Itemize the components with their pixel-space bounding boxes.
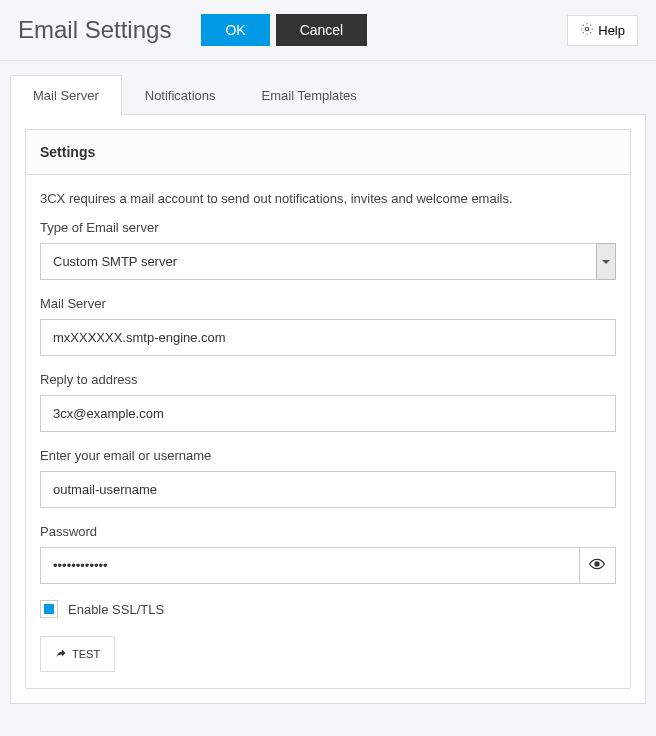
svg-point-0 xyxy=(586,27,590,31)
cancel-button[interactable]: Cancel xyxy=(276,14,368,46)
svg-point-1 xyxy=(595,562,599,566)
test-label: TEST xyxy=(72,648,100,660)
eye-icon xyxy=(589,556,605,575)
settings-card: Settings 3CX requires a mail account to … xyxy=(25,129,631,689)
mail-server-label: Mail Server xyxy=(40,296,616,311)
tab-panel: Settings 3CX requires a mail account to … xyxy=(10,114,646,704)
tab-email-templates[interactable]: Email Templates xyxy=(239,75,380,115)
page-title: Email Settings xyxy=(18,16,171,44)
type-label: Type of Email server xyxy=(40,220,616,235)
gear-icon xyxy=(580,22,594,39)
ssl-checkbox[interactable] xyxy=(40,600,58,618)
test-button[interactable]: TEST xyxy=(40,636,115,672)
settings-intro: 3CX requires a mail account to send out … xyxy=(40,191,616,206)
ssl-label: Enable SSL/TLS xyxy=(68,602,164,617)
header-bar: Email Settings OK Cancel Help xyxy=(0,0,656,61)
reply-to-input[interactable] xyxy=(40,395,616,432)
toggle-password-visibility-button[interactable] xyxy=(579,547,616,584)
username-input[interactable] xyxy=(40,471,616,508)
tab-mail-server[interactable]: Mail Server xyxy=(10,75,122,115)
password-label: Password xyxy=(40,524,616,539)
ok-button[interactable]: OK xyxy=(201,14,269,46)
checkbox-checked-icon xyxy=(44,604,54,614)
username-label: Enter your email or username xyxy=(40,448,616,463)
tabs: Mail Server Notifications Email Template… xyxy=(10,75,646,115)
settings-card-title: Settings xyxy=(26,130,630,175)
tab-notifications[interactable]: Notifications xyxy=(122,75,239,115)
help-label: Help xyxy=(598,23,625,38)
share-arrow-icon xyxy=(55,647,67,661)
password-input[interactable] xyxy=(40,547,579,584)
mail-server-input[interactable] xyxy=(40,319,616,356)
content-area: Mail Server Notifications Email Template… xyxy=(0,61,656,714)
type-select[interactable]: Custom SMTP server xyxy=(40,243,616,280)
reply-to-label: Reply to address xyxy=(40,372,616,387)
help-button[interactable]: Help xyxy=(567,15,638,46)
